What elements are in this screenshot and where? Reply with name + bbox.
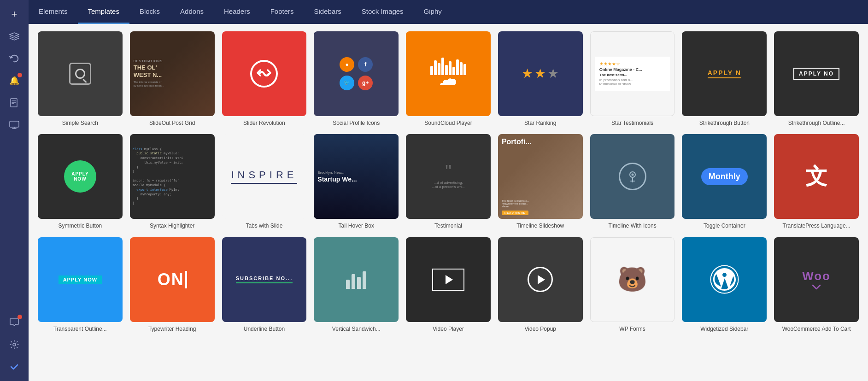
item-label: Underline Button [244,326,285,333]
list-item[interactable]: Slider Revolution [222,31,307,127]
add-icon[interactable]: + [5,5,24,24]
layers-icon[interactable] [5,27,24,46]
read-more-btn: READ MORE [502,211,528,215]
slider-revolution-icon [250,60,278,88]
nav-templates[interactable]: Templates [78,0,129,24]
top-nav: Elements Templates Blocks Addons Headers… [29,0,868,24]
main-content: Elements Templates Blocks Addons Headers… [29,0,868,381]
item-label: Star Ranking [524,120,556,127]
list-item[interactable]: APPLY NOW Transparent Outline... [38,237,123,333]
screen-icon[interactable] [5,115,24,135]
testimonial-thumb: " ...d of advertising,...of a person's w… [406,134,491,219]
settings-icon[interactable] [5,335,24,354]
messages-icon[interactable] [5,313,24,332]
sidebar-bottom [5,313,24,376]
nav-elements[interactable]: Elements [29,0,78,24]
nav-blocks[interactable]: Blocks [129,0,170,24]
play-triangle-icon [538,275,545,284]
list-item[interactable]: SUBSCRIBE NO... Underline Button [222,237,307,333]
timeline-slideshow-thumb: Portofi... The town is illustrate...know… [498,134,583,219]
item-label: Toggle Container [704,223,745,230]
list-item[interactable]: SoundCloud Player [406,31,491,127]
items-grid: Simple Search DESTINATIONS THE OL'WEST N… [38,31,859,333]
list-item[interactable]: Video Player [406,237,491,333]
soundcloud-waveform [427,58,470,75]
slideout-post-grid-thumb: DESTINATIONS THE OL'WEST N... The interi… [130,31,215,116]
list-item[interactable]: 文 TranslatePress Language... [774,134,859,229]
apply-now-strikethrough: APPLY N [708,69,741,78]
list-item[interactable]: class MyClass { public static myValue: c… [130,134,215,229]
twitter-icon: 🐦 [340,76,354,90]
wordpress-logo [710,264,739,294]
transparent-outline-thumb: APPLY NOW [38,237,123,322]
list-item[interactable]: APPLY NO Strikethrough Outline... [774,31,859,127]
bars-icon [346,270,366,289]
check-icon[interactable] [5,357,24,376]
list-item[interactable]: Woo WooCommerce Add To Cart [774,237,859,333]
syntax-highlighter-thumb: class MyClass { public static myValue: c… [130,134,215,219]
page-icon[interactable] [5,93,24,112]
list-item[interactable]: Monthly Toggle Container [682,134,767,229]
search-box-icon [69,63,91,85]
inspire-text: INSPIRE [231,169,297,184]
bell-icon[interactable]: 🔔 [5,71,24,90]
nav-footers[interactable]: Footers [260,0,304,24]
list-item[interactable]: Vertical Sandwich... [314,237,399,333]
list-item[interactable]: Brooklyn, New... Startup We... Tall Hove… [314,134,399,229]
list-item[interactable]: Video Popup [498,237,583,333]
list-item[interactable]: 🐻 WP Forms [590,237,675,333]
nav-sidebars[interactable]: Sidebars [304,0,352,24]
nav-giphy[interactable]: Giphy [414,0,452,24]
wp-forms-thumb: 🐻 [590,237,675,322]
svg-rect-0 [11,99,17,107]
item-label: Tall Hover Box [339,223,374,230]
svg-point-2 [13,343,16,346]
list-item[interactable]: DESTINATIONS THE OL'WEST N... The interi… [130,31,215,127]
on-text: ON [158,270,184,289]
list-item[interactable]: Timeline With Icons [590,134,675,229]
apply-no-outline: APPLY NO [793,68,839,80]
symmetric-button-thumb: APPLYNOW [38,134,123,219]
list-item[interactable]: APPLYNOW Symmetric Button [38,134,123,229]
location-pin-icon [626,169,639,184]
rss-icon: ● [340,57,354,72]
toggle-container-thumb: Monthly [682,134,767,219]
subscribe-now-text: SUBSCRIBE NO... [236,275,293,283]
list-item[interactable]: APPLY N Strikethrough Button [682,31,767,127]
item-label: Tabs with Slide [246,223,282,230]
apply-now-filled: APPLY NOW [59,275,102,284]
video-player-thumb [406,237,491,322]
list-item[interactable]: Simple Search [38,31,123,127]
list-item[interactable]: ★★★★☆ Online Magazine - C... The best se… [590,31,675,127]
play-circle-icon [528,267,553,292]
list-item[interactable]: Portofi... The town is illustrate...know… [498,134,583,229]
item-label: Widgetized Sidebar [700,326,748,333]
undo-icon[interactable] [5,49,24,68]
list-item[interactable]: INSPIRE Tabs with Slide [222,134,307,229]
svg-point-5 [631,174,633,176]
tabs-with-slide-thumb: INSPIRE [222,134,307,219]
list-item[interactable]: ON Typewriter Heading [130,237,215,333]
item-label: SlideOut Post Grid [149,120,195,127]
item-label: WooCommerce Add To Cart [782,326,851,333]
star-2: ★ [534,66,546,81]
star-testimonials-thumb: ★★★★☆ Online Magazine - C... The best se… [590,31,675,116]
list-item[interactable]: Widgetized Sidebar [682,237,767,333]
typewriter-heading-thumb: ON [130,237,215,322]
list-item[interactable]: ● f 🐦 g+ Social Profile Icons [314,31,399,127]
item-label: Vertical Sandwich... [332,326,381,333]
nav-stock-images[interactable]: Stock Images [352,0,414,24]
item-label: Strikethrough Button [699,120,750,127]
nav-headers[interactable]: Headers [214,0,260,24]
list-item[interactable]: ★ ★ ★ Star Ranking [498,31,583,127]
social-profile-icons-thumb: ● f 🐦 g+ [314,31,399,116]
timeline-with-icons-thumb [590,134,675,219]
list-item[interactable]: " ...d of advertising,...of a person's w… [406,134,491,229]
svg-rect-1 [10,121,19,127]
nav-addons[interactable]: Addons [170,0,214,24]
star-3: ★ [547,66,559,81]
tall-hover-box-thumb: Brooklyn, New... Startup We... [314,134,399,219]
testimonials-content: ★★★★☆ Online Magazine - C... The best se… [595,57,670,91]
item-label: Timeline Slideshow [516,223,564,230]
item-label: TranslatePress Language... [783,223,850,230]
